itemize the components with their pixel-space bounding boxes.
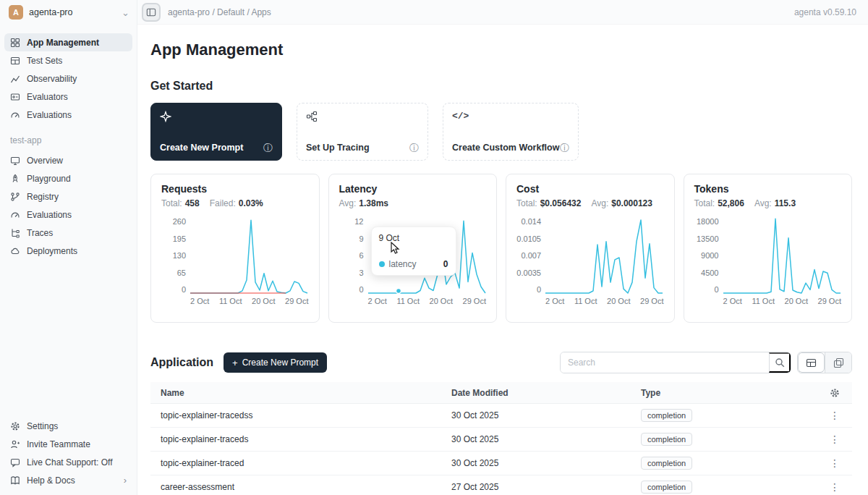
create-new-prompt-card[interactable]: Create New Prompt ⓘ [150, 103, 282, 161]
stat-value: 0.03% [239, 198, 263, 208]
sidebar-item-settings[interactable]: Settings [4, 417, 132, 435]
sidebar-item-label: Observability [27, 74, 77, 84]
x-axis-labels: 2 Oct11 Oct20 Oct29 Oct [190, 297, 309, 305]
sidebar-item-invite-teammate[interactable]: Invite Teammate [4, 435, 132, 453]
x-tick-label: 20 Oct [785, 297, 808, 305]
row-more-button[interactable]: ⋮ [830, 410, 840, 420]
table-view-button[interactable] [798, 352, 825, 373]
column-header-date-modified[interactable]: Date Modified [441, 388, 631, 398]
app-version: agenta v0.59.10 [794, 7, 856, 17]
y-tick-label: 260 [173, 217, 186, 226]
get-started-heading: Get Started [150, 80, 852, 93]
gauge-icon [10, 210, 20, 220]
x-tick-label: 20 Oct [252, 297, 275, 305]
sidebar-item-deployments[interactable]: Deployments [4, 242, 132, 260]
row-more-button[interactable]: ⋮ [830, 458, 840, 468]
evaluators-icon [10, 92, 20, 102]
set-up-tracing-card[interactable]: Set Up Tracing ⓘ [297, 103, 428, 161]
sidebar-item-label: Evaluators [27, 92, 68, 102]
sidebar-item-playground[interactable]: Playground [4, 169, 132, 187]
create-custom-workflow-card[interactable]: </> Create Custom Workflow ⓘ [443, 103, 579, 161]
stat-label: Avg: [339, 198, 357, 208]
info-icon[interactable]: ⓘ [263, 143, 273, 153]
table-row[interactable]: topic-explainer-traced 30 Oct 2025 compl… [150, 452, 852, 475]
sidebar-item-evaluations[interactable]: Evaluations [4, 106, 132, 124]
sidebar-item-evaluators[interactable]: Evaluators [4, 88, 132, 106]
branch-icon [10, 192, 20, 202]
tokens-chart[interactable] [723, 217, 841, 294]
card-label: Create New Prompt [160, 143, 243, 153]
card-view-icon [833, 358, 844, 368]
card-label: Create Custom Workflow [452, 143, 559, 153]
chart-tooltip: 9 Oct latency 0 [371, 227, 456, 276]
chevron-down-icon: ⌄ [122, 8, 129, 17]
type-badge: completion [641, 457, 692, 470]
column-header-type[interactable]: Type [631, 388, 817, 398]
sidebar-item-label: Deployments [27, 246, 77, 256]
mouse-cursor-icon [390, 242, 400, 255]
info-icon[interactable]: ⓘ [560, 143, 569, 153]
panel-toggle-icon [146, 7, 156, 17]
x-tick-label: 2 Oct [545, 297, 564, 305]
grid-icon [10, 38, 20, 48]
metric-title: Tokens [694, 183, 842, 195]
app-name: career-assessment [150, 482, 441, 492]
card-view-button[interactable] [825, 352, 851, 373]
sidebar-item-label: App Management [27, 38, 99, 48]
requests-chart[interactable] [190, 217, 307, 294]
row-more-button[interactable]: ⋮ [830, 482, 840, 492]
sidebar-item-label: Live Chat Support: Off [27, 457, 113, 468]
sidebar-item-evaluations-app[interactable]: Evaluations [4, 206, 132, 224]
y-tick-label: 0 [714, 285, 718, 294]
sidebar-item-test-sets[interactable]: Test Sets [4, 51, 132, 69]
stat-value: 52,806 [718, 198, 744, 208]
sidebar-toggle-button[interactable] [142, 3, 161, 22]
app-name: topic-explainer-traceds [150, 434, 441, 444]
x-tick-label: 11 Oct [396, 297, 420, 305]
application-toolbar [560, 352, 852, 373]
sidebar-item-live-chat[interactable]: Live Chat Support: Off [4, 453, 132, 471]
search-input[interactable] [561, 352, 769, 373]
metric-title: Requests [161, 183, 309, 195]
table-row[interactable]: career-assessment 27 Oct 2025 completion… [150, 475, 852, 495]
sidebar-item-label: Traces [27, 228, 53, 238]
stat-value: 458 [185, 198, 200, 208]
sidebar-item-registry[interactable]: Registry [4, 187, 132, 206]
sidebar-item-label: Help & Docs [27, 475, 75, 486]
type-badge: completion [641, 409, 692, 422]
sidebar-item-label: Overview [27, 156, 63, 166]
column-header-name[interactable]: Name [150, 388, 441, 398]
y-tick-label: 9000 [701, 251, 718, 260]
create-new-prompt-button[interactable]: + Create New Prompt [224, 352, 327, 373]
cost-chart[interactable] [545, 217, 663, 294]
sidebar-item-app-management[interactable]: App Management [4, 33, 132, 51]
stat-value: 1.38ms [359, 198, 388, 208]
requests-metric-card: Requests Total:458 Failed:0.03% 26019513… [150, 174, 320, 323]
y-tick-label: 18000 [697, 217, 719, 226]
card-label: Set Up Tracing [306, 143, 370, 153]
sidebar-section-label: test-app [10, 135, 127, 145]
app-root: A agenta-pro ⌄ App Management Test Sets … [0, 0, 868, 495]
table-row[interactable]: topic-explainer-traceds 30 Oct 2025 comp… [150, 428, 852, 452]
info-icon[interactable]: ⓘ [409, 143, 419, 153]
y-axis-labels: 1800013500900045000 [694, 217, 719, 294]
table-row[interactable]: topic-explainer-tracedss 30 Oct 2025 com… [150, 404, 852, 428]
sidebar-item-label: Registry [27, 192, 59, 202]
row-more-button[interactable]: ⋮ [830, 434, 840, 444]
applications-table: Name Date Modified Type topic-explainer-… [150, 382, 852, 495]
y-tick-label: 0.014 [521, 217, 541, 226]
table-icon [10, 56, 20, 66]
sidebar-item-overview[interactable]: Overview [4, 151, 132, 169]
search-button[interactable] [769, 352, 791, 373]
sidebar-item-help-docs[interactable]: Help & Docs › [4, 471, 132, 489]
sidebar-item-traces[interactable]: Traces [4, 224, 132, 242]
breadcrumb: agenta-pro / Default / Apps [168, 7, 271, 17]
cost-metric-card: Cost Total:$0.056432 Avg:$0.000123 0.014… [506, 174, 675, 323]
workspace-selector[interactable]: A agenta-pro ⌄ [0, 0, 137, 25]
workspace-name: agenta-pro [29, 7, 72, 17]
stat-value: 115.3 [775, 198, 796, 208]
tooltip-series-label: latency [389, 259, 417, 269]
table-settings-button[interactable] [830, 388, 840, 398]
x-tick-label: 29 Oct [463, 297, 486, 305]
sidebar-item-observability[interactable]: Observability [4, 69, 132, 88]
